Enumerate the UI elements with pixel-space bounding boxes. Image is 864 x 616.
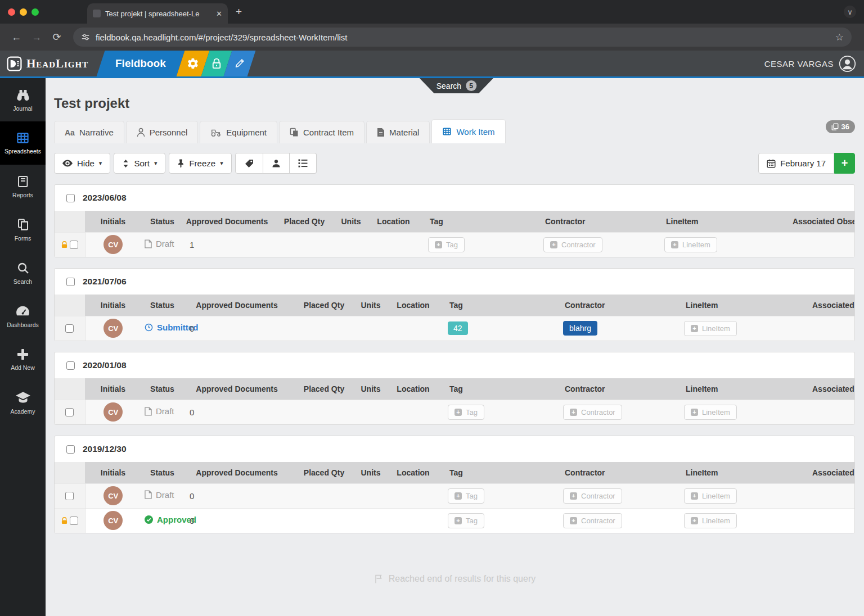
workitem-row[interactable]: CV Approved 0 +Tag +Contractor +LineItem	[55, 508, 855, 533]
add-tag-button[interactable]: +Tag	[448, 405, 484, 420]
sidebar-item-forms[interactable]: Forms	[0, 208, 46, 251]
row-select-checkbox[interactable]	[70, 241, 78, 249]
pin-icon	[177, 158, 184, 168]
col-location: Location	[384, 378, 443, 400]
add-contractor-button[interactable]: +Contractor	[563, 488, 622, 504]
url-text[interactable]: fieldbook.qa.headlight.com/#/project/329…	[96, 33, 830, 42]
workitem-row[interactable]: CV Draft 0 +Tag +Contractor +LineItem	[55, 483, 855, 508]
avatar[interactable]: CV	[104, 319, 123, 338]
header-spacer	[55, 211, 85, 232]
sidebar-item-dashboards[interactable]: Dashboards	[0, 295, 46, 338]
add-lineitem-button[interactable]: +LineItem	[664, 237, 717, 252]
add-lineitem-label: LineItem	[702, 492, 730, 500]
group-select-checkbox[interactable]	[66, 445, 75, 454]
lock-icon	[212, 58, 222, 69]
placed-qty-cell	[290, 400, 358, 424]
search-results-pill[interactable]: Search 5	[420, 78, 493, 93]
document-icon	[377, 128, 385, 137]
add-contractor-button[interactable]: +Contractor	[563, 405, 622, 420]
sidebar-item-academy[interactable]: Academy	[0, 381, 46, 424]
add-work-item-button[interactable]: +	[834, 153, 855, 174]
avatar[interactable]: CV	[104, 486, 123, 505]
col-initials: Initials	[85, 295, 141, 316]
workitem-row[interactable]: CV Draft 0 +Tag +Contractor +LineItem	[55, 400, 855, 424]
contractor-badge[interactable]: blahrg	[563, 321, 597, 336]
tractor-icon	[210, 128, 222, 137]
user-menu[interactable]: CESAR VARGAS	[764, 51, 864, 76]
tab-close-icon[interactable]: ✕	[216, 10, 222, 18]
browser-tab[interactable]: Test projekt | spreadsheet-Le ✕	[87, 3, 228, 24]
tab-contract-item[interactable]: Contract Item	[279, 121, 364, 143]
sidebar-item-add-new[interactable]: Add New	[0, 338, 46, 381]
row-select-checkbox[interactable]	[65, 492, 74, 500]
tags-filter-button[interactable]	[235, 153, 263, 174]
approved-documents-value: 0	[183, 316, 290, 341]
forward-button[interactable]: →	[28, 29, 45, 46]
new-tab-button[interactable]: +	[236, 6, 242, 18]
hide-columns-button[interactable]: Hide ▾	[54, 153, 110, 174]
sidebar-item-reports[interactable]: Reports	[0, 165, 46, 208]
add-lineitem-button[interactable]: +LineItem	[684, 513, 737, 528]
workitem-row[interactable]: CV Submitted 0 42 blahrg +LineItem	[55, 316, 855, 341]
avatar[interactable]: CV	[104, 511, 123, 530]
row-select-checkbox[interactable]	[65, 408, 74, 416]
add-contractor-label: Contractor	[581, 517, 615, 525]
group-select-checkbox[interactable]	[66, 361, 75, 370]
window-controls[interactable]	[0, 8, 47, 16]
plus-square-icon: +	[454, 492, 462, 500]
address-bar[interactable]: fieldbook.qa.headlight.com/#/project/329…	[73, 28, 852, 47]
add-contractor-button[interactable]: +Contractor	[563, 513, 622, 528]
sidebar-item-spreadsheets[interactable]: Spreadsheets	[0, 121, 46, 165]
tab-material[interactable]: Material	[366, 121, 430, 143]
tab-equipment[interactable]: Equipment	[200, 121, 277, 143]
back-button[interactable]: ←	[8, 29, 25, 46]
row-select-checkbox[interactable]	[70, 517, 78, 525]
freeze-button[interactable]: Freeze ▾	[169, 153, 231, 174]
bookmark-star-icon[interactable]: ☆	[835, 31, 844, 43]
reload-button[interactable]: ⟳	[48, 29, 65, 46]
tab-label: Narrative	[79, 128, 114, 137]
add-lineitem-button[interactable]: +LineItem	[684, 321, 737, 336]
people-filter-button[interactable]	[263, 153, 290, 174]
add-lineitem-button[interactable]: +LineItem	[684, 405, 737, 420]
date-picker-button[interactable]: February 17	[758, 153, 834, 174]
group-select-checkbox[interactable]	[66, 278, 75, 286]
avatar[interactable]: CV	[104, 402, 123, 422]
site-info-icon[interactable]	[81, 33, 90, 42]
tab-narrative[interactable]: Aa Narrative	[54, 121, 124, 143]
row-select-checkbox[interactable]	[65, 324, 74, 333]
plus-square-icon: +	[691, 517, 698, 524]
minimize-window-button[interactable]	[20, 8, 27, 16]
sidebar-item-journal[interactable]: Journal	[0, 78, 46, 121]
column-header-row: Initials Status Approved Documents Place…	[55, 378, 855, 400]
maximize-window-button[interactable]	[32, 8, 39, 16]
list-view-button[interactable]	[290, 153, 317, 174]
col-contractor: Contractor	[558, 378, 679, 400]
report-book-icon	[16, 175, 30, 188]
fieldbook-chip[interactable]: Fieldbook	[97, 51, 185, 76]
avatar[interactable]: CV	[104, 235, 123, 254]
main-content: Search 5 Test projekt Aa Narrative Perso…	[46, 78, 864, 616]
close-window-button[interactable]	[8, 8, 15, 16]
col-units: Units	[358, 462, 384, 483]
sidebar-item-search[interactable]: Search	[0, 251, 46, 295]
add-contractor-button[interactable]: +Contractor	[543, 237, 602, 252]
browser-toolbar: ← → ⟳ fieldbook.qa.headlight.com/#/proje…	[0, 24, 864, 51]
add-tag-button[interactable]: +Tag	[448, 488, 484, 504]
add-lineitem-button[interactable]: +LineItem	[684, 488, 737, 504]
tag-icon	[244, 158, 254, 169]
group-select-checkbox[interactable]	[66, 194, 75, 202]
tab-search-chevron-icon[interactable]: ∨	[844, 6, 856, 18]
add-tag-button[interactable]: +Tag	[428, 237, 465, 252]
workitem-row[interactable]: CV Draft 1 +Tag +Contractor +LineItem	[55, 232, 855, 257]
add-tag-label: Tag	[466, 408, 478, 416]
tab-work-item[interactable]: Work Item	[431, 119, 505, 143]
tag-badge[interactable]: 42	[448, 321, 468, 335]
binoculars-icon	[16, 88, 30, 102]
tab-personnel[interactable]: Personnel	[126, 121, 199, 143]
associated-observations-cell	[806, 483, 855, 508]
add-tag-button[interactable]: +Tag	[448, 513, 484, 528]
headlight-logo[interactable]: HeadLight	[0, 51, 95, 76]
sort-button[interactable]: Sort ▾	[114, 153, 165, 174]
sidebar-item-label: Add New	[11, 364, 35, 371]
